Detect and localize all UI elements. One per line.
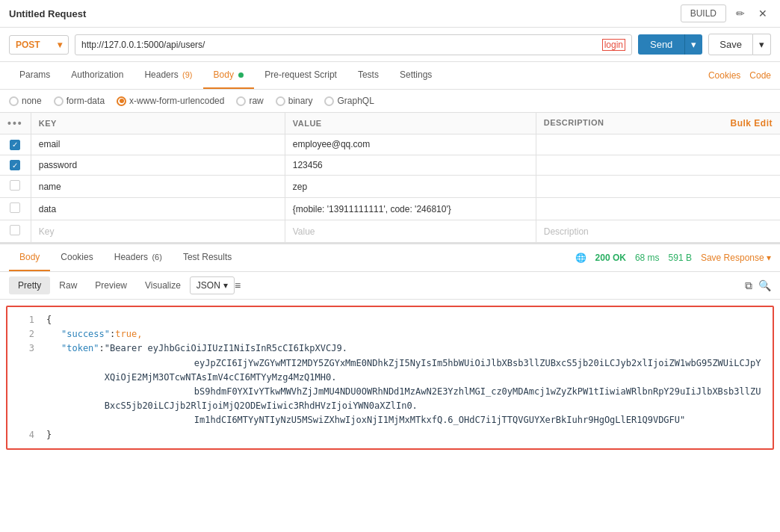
- resp-tab-headers[interactable]: Headers (6): [104, 244, 173, 271]
- json-colon: :: [110, 327, 115, 341]
- radio-urlencoded[interactable]: x-www-form-urlencoded: [117, 96, 224, 106]
- line-number: 2: [16, 327, 34, 341]
- radio-graphql-label: GraphQL: [337, 96, 374, 106]
- tabs-right: Cookies Code: [708, 70, 771, 81]
- key-placeholder[interactable]: Key: [31, 220, 285, 243]
- tab-pre-request[interactable]: Pre-request Script: [254, 62, 347, 89]
- resp-tab-body[interactable]: Body: [9, 244, 50, 271]
- tab-params[interactable]: Params: [9, 62, 61, 89]
- method-label: POST: [16, 40, 40, 50]
- globe-icon: 🌐: [575, 253, 586, 263]
- checkbox-password[interactable]: ✓: [10, 160, 20, 170]
- table-row-placeholder: Key Value Description: [0, 220, 780, 243]
- tab-headers[interactable]: Headers (9): [134, 62, 202, 89]
- desc-email[interactable]: [536, 134, 780, 155]
- checkbox-name[interactable]: [10, 180, 20, 191]
- desc-password[interactable]: [536, 155, 780, 176]
- radio-none-label: none: [22, 96, 42, 106]
- code-link[interactable]: Code: [749, 70, 771, 81]
- build-button[interactable]: BUILD: [681, 4, 726, 22]
- desc-name[interactable]: [536, 176, 780, 198]
- token-part2: eyJpZCI6IjYwZGYwMTI2MDY5ZGYxMmE0NDhkZjI5…: [105, 358, 761, 383]
- col-header-value: VALUE: [285, 113, 536, 134]
- request-tabs: Params Authorization Headers (9) Body Pr…: [0, 62, 780, 90]
- radio-form-data[interactable]: form-data: [54, 96, 105, 106]
- method-select[interactable]: POST ▾: [9, 35, 69, 55]
- header-dots[interactable]: •••: [7, 117, 23, 129]
- format-select[interactable]: JSON ▾: [190, 276, 235, 294]
- response-status: 200 OK: [595, 253, 626, 263]
- response-time: 68 ms: [635, 253, 660, 263]
- table-row: ✓ password 123456: [0, 155, 780, 176]
- checkbox-data[interactable]: [10, 202, 20, 213]
- key-name[interactable]: name: [31, 176, 285, 198]
- checkbox-email[interactable]: ✓: [10, 140, 20, 150]
- save-response-button[interactable]: Save Response ▾: [701, 253, 771, 263]
- view-tab-preview[interactable]: Preview: [86, 276, 136, 294]
- radio-graphql[interactable]: GraphQL: [324, 96, 374, 106]
- key-password[interactable]: password: [31, 155, 285, 176]
- value-email[interactable]: employee@qq.com: [285, 134, 536, 155]
- copy-button[interactable]: ⧉: [745, 279, 752, 292]
- radio-urlencoded-circle: [117, 96, 126, 106]
- radio-binary[interactable]: binary: [276, 96, 313, 106]
- format-arrow: ▾: [223, 280, 228, 291]
- send-button[interactable]: Send: [638, 34, 684, 55]
- value-placeholder[interactable]: Value: [285, 220, 536, 243]
- radio-none[interactable]: none: [9, 96, 42, 106]
- send-group: Send ▾: [638, 34, 702, 55]
- token-part3: bS9hdmF0YXIvYTkwMWVhZjJmMU4NDU0OWRhNDd1M…: [105, 386, 761, 411]
- edit-button[interactable]: ✏: [732, 6, 749, 21]
- view-tab-visualize[interactable]: Visualize: [136, 276, 190, 294]
- radio-none-circle: [9, 96, 19, 106]
- json-line-4: 4 }: [16, 428, 764, 442]
- body-type-row: none form-data x-www-form-urlencoded raw…: [0, 90, 780, 113]
- resp-tab-test-results[interactable]: Test Results: [173, 244, 242, 271]
- value-data[interactable]: {mobile: '13911111111', code: '246810'}: [285, 198, 536, 220]
- header-actions: BUILD ✏ ✕: [681, 4, 771, 22]
- resp-tab-cookies[interactable]: Cookies: [50, 244, 103, 271]
- close-button[interactable]: ✕: [755, 6, 771, 21]
- url-prefix: http://127.0.0.1:5000/api/users/: [81, 40, 602, 50]
- json-value-token: "Bearer eyJhbGciOiJIUzI1NiIsInR5cCI6IkpX…: [105, 341, 764, 427]
- wrap-button[interactable]: ≡: [235, 276, 241, 294]
- format-label: JSON: [196, 280, 220, 291]
- value-name[interactable]: zep: [285, 176, 536, 198]
- tab-authorization[interactable]: Authorization: [61, 62, 134, 89]
- key-email[interactable]: email: [31, 134, 285, 155]
- json-line-1: 1 {: [16, 313, 764, 327]
- desc-placeholder[interactable]: Description: [536, 220, 780, 243]
- response-toolbar: Pretty Raw Preview Visualize JSON ▾ ≡ ⧉ …: [0, 272, 780, 300]
- tab-body[interactable]: Body: [203, 62, 255, 89]
- radio-raw-label: raw: [249, 96, 263, 106]
- bulk-edit-button[interactable]: Bulk Edit: [730, 118, 773, 129]
- radio-binary-label: binary: [288, 96, 313, 106]
- view-tab-pretty[interactable]: Pretty: [9, 276, 50, 294]
- search-button[interactable]: 🔍: [758, 279, 771, 291]
- url-input[interactable]: http://127.0.0.1:5000/api/users/login: [75, 34, 632, 55]
- desc-data[interactable]: [536, 198, 780, 220]
- tab-settings[interactable]: Settings: [389, 62, 442, 89]
- radio-raw[interactable]: raw: [236, 96, 263, 106]
- tab-tests[interactable]: Tests: [347, 62, 389, 89]
- json-output: 1 { 2 "success" : true, 3 "token" : "Bea…: [6, 306, 774, 450]
- checkbox-placeholder[interactable]: [10, 225, 20, 235]
- line-number: 4: [16, 428, 34, 442]
- radio-urlencoded-label: x-www-form-urlencoded: [129, 96, 224, 106]
- save-button[interactable]: Save: [708, 34, 753, 55]
- cookies-link[interactable]: Cookies: [708, 70, 740, 81]
- key-data[interactable]: data: [31, 198, 285, 220]
- json-key-token: "token": [61, 341, 99, 427]
- radio-raw-circle: [236, 96, 246, 106]
- window-title: Untitled Request: [9, 8, 86, 19]
- value-password[interactable]: 123456: [285, 155, 536, 176]
- response-tabs-left: Body Cookies Headers (6) Test Results: [9, 244, 242, 271]
- json-colon: :: [99, 341, 105, 427]
- view-tab-raw[interactable]: Raw: [50, 276, 86, 294]
- json-open-brace: {: [46, 313, 52, 327]
- radio-binary-circle: [276, 96, 285, 106]
- send-arrow-button[interactable]: ▾: [684, 34, 702, 55]
- save-arrow-button[interactable]: ▾: [753, 34, 771, 55]
- col-header-desc: DESCRIPTION Bulk Edit: [536, 113, 780, 134]
- col-header-key: KEY: [31, 113, 285, 134]
